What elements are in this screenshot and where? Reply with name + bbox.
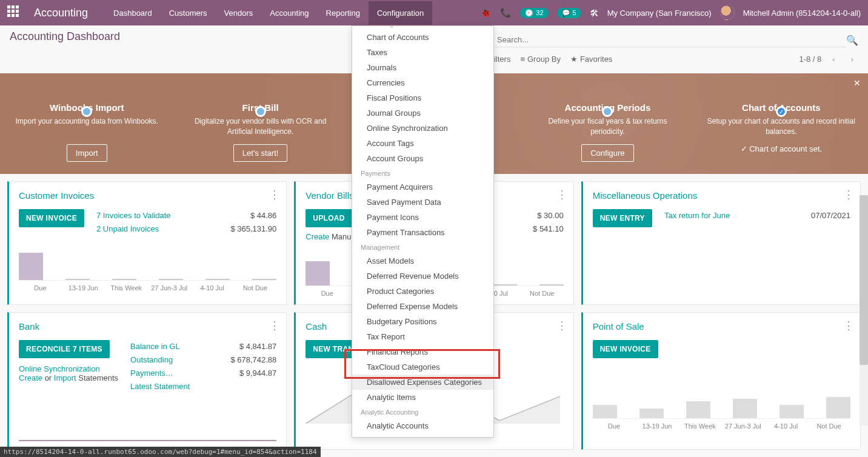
dropdown-item-taxcloud-categories[interactable]: TaxCloud Categories	[352, 359, 493, 375]
nav-dashboard[interactable]: Dashboard	[105, 1, 161, 25]
import-button[interactable]: Import	[67, 144, 107, 162]
nav-right: 🐞 📞 🕘 32 💬 5 🛠 My Company (San Francisco…	[480, 5, 861, 20]
dropdown-item-tax-report[interactable]: Tax Report	[352, 329, 493, 344]
dropdown-item-financial-reports[interactable]: Financial Reports	[352, 344, 493, 359]
step-dot	[81, 106, 92, 117]
search-icon[interactable]: 🔍	[846, 35, 858, 46]
card-more-icon[interactable]: ⋮	[843, 188, 854, 201]
dropdown-item-product-categories[interactable]: Product Categories	[352, 284, 493, 299]
create-link[interactable]: Create	[19, 373, 42, 382]
step-dot	[602, 106, 613, 117]
page-title: Accounting Dashboard	[10, 30, 120, 43]
invoices-to-validate-link[interactable]: 7 Invoices to Validate	[96, 211, 171, 220]
dropdown-item-journals[interactable]: Journals	[352, 60, 493, 75]
favorites-menu[interactable]: ★ Favorites	[570, 55, 612, 64]
card-more-icon[interactable]: ⋮	[269, 319, 280, 332]
card-more-icon[interactable]: ⋮	[269, 188, 280, 201]
step-dot	[255, 106, 266, 117]
user-menu[interactable]: Mitchell Admin (8514204-14-0-all)	[743, 8, 861, 18]
company-switcher[interactable]: My Company (San Francisco)	[607, 8, 712, 18]
new-invoice-button[interactable]: NEW INVOICE	[19, 209, 84, 227]
dropdown-item-analytic-account-groups[interactable]: Analytic Account Groups	[352, 433, 493, 438]
reconcile-button[interactable]: RECONCILE 7 ITEMS	[19, 340, 110, 358]
dropdown-item-taxes[interactable]: Taxes	[352, 45, 493, 60]
date: 07/07/2021	[796, 209, 850, 222]
user-avatar[interactable]	[720, 5, 735, 20]
onboarding-step-firstbill: First Bill Digitalize your vendor bills …	[173, 87, 347, 162]
dropdown-item-account-groups[interactable]: Account Groups	[352, 151, 493, 166]
outstanding-link[interactable]: Outstanding Payments…	[130, 355, 173, 378]
online-sync-link[interactable]: Online Synchronization	[19, 364, 100, 373]
pager-prev[interactable]: ‹	[827, 52, 840, 66]
amount: $ 9,944.87	[222, 367, 276, 380]
pager-next[interactable]: ›	[846, 52, 858, 66]
amount: $ 678,742.88	[222, 353, 276, 367]
dropdown-item-saved-payment-data[interactable]: Saved Payment Data	[352, 195, 493, 210]
dropdown-section-header: Analytic Accounting	[352, 405, 493, 418]
dropdown-item-payment-icons[interactable]: Payment Icons	[352, 210, 493, 225]
nav-customers[interactable]: Customers	[161, 1, 216, 25]
create-manually-link[interactable]: Create	[305, 232, 329, 241]
bug-icon[interactable]: 🐞	[480, 7, 492, 18]
card-title[interactable]: Point of Sale	[593, 321, 850, 332]
pos-new-invoice-button[interactable]: NEW INVOICE	[593, 340, 658, 358]
dropdown-item-chart-of-accounts[interactable]: Chart of Accounts	[352, 30, 493, 45]
activities-badge[interactable]: 🕘 32	[520, 8, 548, 18]
card-title[interactable]: Bank	[19, 321, 276, 332]
step-dot-done: ✓	[776, 106, 787, 117]
dropdown-item-account-tags[interactable]: Account Tags	[352, 136, 493, 151]
onboarding-step-winbooks: Winbooks Import Import your accounting d…	[0, 87, 173, 162]
search-input[interactable]	[495, 33, 846, 47]
card-more-icon[interactable]: ⋮	[556, 188, 567, 201]
card-customer-invoices: ⋮ Customer Invoices NEW INVOICE 7 Invoic…	[7, 181, 287, 305]
card-misc-operations: ⋮ Miscellaneous Operations NEW ENTRY Tax…	[581, 181, 861, 305]
bar-chart	[593, 382, 850, 419]
new-entry-button[interactable]: NEW ENTRY	[593, 209, 652, 227]
tax-return-link[interactable]: Tax return for June	[664, 211, 730, 220]
dropdown-section-header: Payments	[352, 166, 493, 179]
navbar: Accounting Dashboard Customers Vendors A…	[0, 0, 868, 25]
card-more-icon[interactable]: ⋮	[556, 319, 567, 332]
latest-statement-link[interactable]: Latest Statement	[130, 382, 190, 391]
dropdown-item-currencies[interactable]: Currencies	[352, 75, 493, 90]
amount: $ 30.00	[509, 209, 564, 222]
groupby-menu[interactable]: ≡ Group By	[520, 55, 561, 64]
scrollbar[interactable]	[860, 195, 868, 425]
svg-marker-0	[19, 441, 276, 442]
lets-start-button[interactable]: Let's start!	[233, 144, 288, 162]
dropdown-item-payment-acquirers[interactable]: Payment Acquirers	[352, 179, 493, 195]
nav-menu: Dashboard Customers Vendors Accounting R…	[105, 1, 432, 25]
nav-reporting[interactable]: Reporting	[318, 1, 369, 25]
dropdown-item-analytic-items[interactable]: Analytic Items	[352, 390, 493, 405]
tools-icon[interactable]: 🛠	[590, 8, 599, 18]
dropdown-item-journal-groups[interactable]: Journal Groups	[352, 105, 493, 121]
dropdown-item-budgetary-positions[interactable]: Budgetary Positions	[352, 314, 493, 329]
amount: $ 44.86	[222, 209, 276, 222]
import-link[interactable]: Import	[54, 373, 76, 382]
configure-button[interactable]: Configure	[581, 144, 633, 162]
dropdown-item-disallowed-expenses-categories[interactable]: Disallowed Expenses Categories	[352, 375, 493, 390]
nav-configuration[interactable]: Configuration	[369, 1, 432, 25]
dropdown-item-online-synchronization[interactable]: Online Synchronization	[352, 121, 493, 136]
nav-accounting[interactable]: Accounting	[261, 1, 317, 25]
dropdown-item-deferred-expense-models[interactable]: Deferred Expense Models	[352, 299, 493, 314]
dropdown-item-payment-transactions[interactable]: Payment Transactions	[352, 225, 493, 240]
upload-button[interactable]: UPLOAD	[305, 209, 352, 227]
dropdown-item-fiscal-positions[interactable]: Fiscal Positions	[352, 90, 493, 105]
unpaid-invoices-link[interactable]: 2 Unpaid Invoices	[96, 224, 159, 233]
card-title[interactable]: Customer Invoices	[19, 190, 276, 201]
dropdown-item-asset-models[interactable]: Asset Models	[352, 253, 493, 269]
card-title[interactable]: Miscellaneous Operations	[593, 190, 850, 201]
card-pos: ⋮ Point of Sale NEW INVOICE Due 13-19 Ju…	[581, 312, 861, 450]
dropdown-item-deferred-revenue-models[interactable]: Deferred Revenue Models	[352, 269, 493, 284]
apps-icon[interactable]	[7, 5, 22, 20]
messages-badge[interactable]: 💬 5	[557, 8, 581, 18]
amount: $ 4,841.87	[222, 340, 276, 353]
phone-icon[interactable]: 📞	[500, 7, 512, 18]
nav-vendors[interactable]: Vendors	[216, 1, 262, 25]
amount: $ 541.10	[509, 222, 564, 236]
app-brand[interactable]: Accounting	[34, 7, 88, 19]
balance-gl-link[interactable]: Balance in GL	[130, 342, 180, 351]
dropdown-item-analytic-accounts[interactable]: Analytic Accounts	[352, 418, 493, 433]
card-more-icon[interactable]: ⋮	[843, 319, 854, 332]
